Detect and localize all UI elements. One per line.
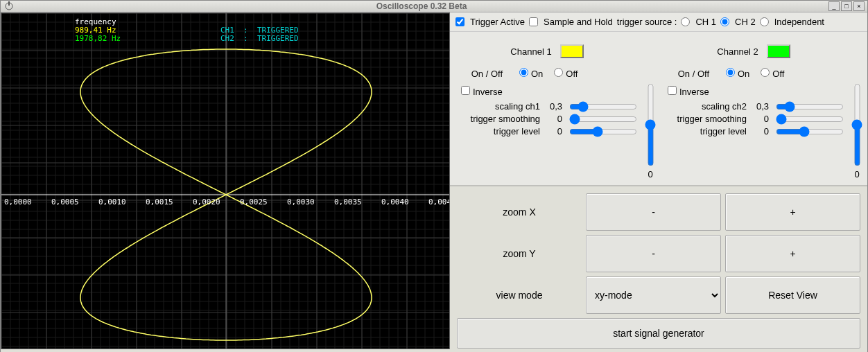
x-tick-label: 0,0010 [98, 197, 126, 206]
trigger-source-label: trigger source : [617, 17, 677, 27]
x-tick-label: 0,0000 [4, 197, 32, 206]
trigger-source-ch2[interactable]: CH 2 [720, 17, 756, 27]
trigger-source-ch1[interactable]: CH 1 [681, 17, 716, 27]
x-tick-label: 0,0030 [287, 197, 315, 206]
ch2-off-radio[interactable]: Off [761, 68, 784, 79]
ch1-off-radio[interactable]: Off [554, 68, 578, 79]
trigger-row: Trigger Active Sample and Hold trigger s… [450, 12, 867, 32]
trigger-source-independent[interactable]: Independent [760, 17, 824, 27]
channels-section: Channel 1 On / Off On Off Inverse scalin… [450, 32, 867, 186]
x-tick-label: 0,004 [428, 197, 450, 206]
close-button[interactable]: × [853, 1, 865, 11]
control-panel: Trigger Active Sample and Hold trigger s… [450, 12, 867, 352]
ch1-offset-slider-wrap: 0 [643, 35, 658, 179]
zoom-x-label: zoom X [457, 193, 582, 231]
view-mode-select[interactable]: xy-mode [586, 276, 721, 314]
channel-1-color-swatch[interactable] [560, 44, 584, 58]
ch1-offset-value: 0 [648, 169, 652, 179]
reset-view-button[interactable]: Reset View [725, 276, 860, 314]
view-controls: zoom X - + zoom Y - + view mode xy-mode … [450, 186, 867, 352]
ch1-onoff-label: On / Off [457, 69, 503, 79]
ch1-triglvl-value: 0 [544, 126, 565, 137]
x-tick-label: 0,0040 [381, 197, 409, 206]
window-buttons: _ □ × [828, 1, 865, 11]
scope-svg [1, 13, 450, 349]
oscilloscope-display[interactable]: frequency 989,41 Hz 1978,82 Hz CH1 : TRI… [1, 12, 450, 349]
zoom-y-label: zoom Y [457, 235, 582, 272]
ch1-scaling-value: 0,3 [544, 101, 565, 112]
channel-2-color-swatch[interactable] [767, 44, 790, 58]
minimize-button[interactable]: _ [828, 1, 840, 11]
zoom-y-plus-button[interactable]: + [725, 235, 860, 272]
ch2-triglvl-label: trigger level [663, 126, 747, 137]
maximize-button[interactable]: □ [841, 1, 852, 11]
ch2-offset-value: 0 [854, 169, 859, 179]
ch2-on-radio[interactable]: On [726, 68, 749, 79]
zoom-y-minus-button[interactable]: - [586, 235, 721, 272]
x-tick-label: 0,0015 [146, 197, 173, 206]
ch1-on-radio[interactable]: On [519, 68, 543, 79]
ch2-smoothing-value: 0 [751, 114, 772, 124]
app-menu-icon[interactable] [3, 1, 15, 12]
svg-rect-1 [8, 1, 10, 6]
ch2-freq: 1978,82 Hz [75, 34, 121, 43]
ch1-smoothing-value: 0 [544, 114, 565, 124]
titlebar[interactable]: Oscilloscope 0.32 Beta _ □ × [1, 1, 867, 12]
ch2-smoothing-label: trigger smoothing [663, 114, 747, 124]
start-signal-generator-button[interactable]: start signal generator [457, 318, 860, 349]
ch2-onoff-label: On / Off [663, 69, 709, 79]
x-tick-label: 0,0005 [51, 197, 79, 206]
content: frequency 989,41 Hz 1978,82 Hz CH1 : TRI… [1, 12, 867, 352]
ch2-scaling-label: scaling ch2 [663, 101, 747, 112]
sample-hold-checkbox[interactable]: Sample and Hold [529, 17, 613, 27]
trigger-active-checkbox[interactable]: Trigger Active [455, 17, 525, 27]
zoom-x-minus-button[interactable]: - [586, 193, 721, 231]
app-window: Oscilloscope 0.32 Beta _ □ × fre [0, 0, 868, 352]
window-title: Oscilloscope 0.32 Beta [15, 1, 828, 11]
view-mode-label: view mode [457, 276, 582, 314]
x-tick-label: 0,0025 [240, 197, 268, 206]
ch2-scaling-value: 0,3 [751, 101, 772, 112]
channel-1-title: Channel 1 [510, 46, 551, 57]
ch1-scaling-label: scaling ch1 [457, 101, 540, 112]
channel-2-title: Channel 2 [717, 46, 758, 57]
ch1-smoothing-label: trigger smoothing [457, 114, 540, 124]
x-tick-label: 0,0020 [193, 197, 220, 206]
ch2-trig-status: CH2 : TRIGGERED [220, 34, 299, 43]
zoom-x-plus-button[interactable]: + [725, 193, 860, 231]
x-tick-label: 0,0035 [334, 197, 362, 206]
ch2-offset-slider-wrap: 0 [849, 35, 865, 179]
ch1-triglvl-label: trigger level [457, 126, 540, 137]
ch2-triglvl-value: 0 [751, 126, 772, 137]
ch2-offset-slider[interactable] [813, 83, 869, 166]
